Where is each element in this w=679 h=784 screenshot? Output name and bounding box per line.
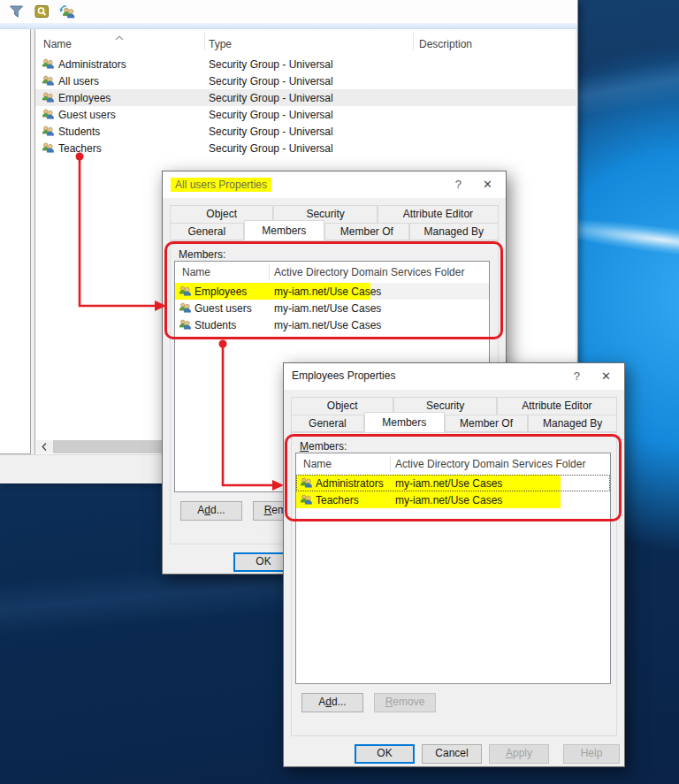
group-icon (42, 75, 56, 87)
scroll-left-icon[interactable] (36, 440, 51, 453)
tab-managed-by[interactable]: Managed By (409, 223, 499, 240)
column-header-name[interactable]: Name (182, 266, 210, 278)
close-icon[interactable]: ✕ (601, 369, 611, 383)
member-folder: my-iam.net/Use Cases (274, 302, 381, 315)
dialog-titlebar[interactable]: All users Properties ? ✕ (163, 171, 506, 198)
apply-button[interactable]: Apply (489, 744, 549, 764)
column-divider[interactable] (413, 33, 414, 50)
member-folder: my-iam.net/Use Cases (395, 477, 502, 490)
row-name: Employees (58, 92, 202, 104)
help-icon[interactable]: ? (574, 369, 580, 383)
members-list[interactable]: Name Active Directory Domain Services Fo… (295, 453, 611, 684)
member-row[interactable]: Guest users my-iam.net/Use Cases (175, 300, 489, 316)
column-divider[interactable] (204, 33, 205, 50)
row-type: Security Group - Universal (209, 126, 333, 138)
column-divider[interactable] (269, 264, 270, 280)
member-folder: my-iam.net/Use Cases (395, 494, 502, 506)
tab-row-back: Object Security Attribute Editor (291, 397, 617, 415)
row-type: Security Group - Universal (209, 142, 333, 155)
member-name: Employees (195, 285, 272, 298)
column-header-name[interactable]: Name (303, 458, 332, 470)
table-row[interactable]: All users Security Group - Universal (35, 72, 576, 89)
table-row[interactable]: Students Security Group - Universal (35, 123, 576, 140)
member-row-highlighted[interactable]: Teachers my-iam.net/Use Cases (296, 491, 610, 508)
table-row[interactable]: Guest users Security Group - Universal (35, 106, 576, 123)
column-divider[interactable] (390, 456, 391, 472)
members-list-header: Name Active Directory Domain Services Fo… (296, 453, 610, 475)
ok-button[interactable]: OK (355, 744, 415, 764)
tab-managed-by[interactable]: Managed By (528, 415, 617, 432)
member-row-highlighted[interactable]: Employees my-iam.net/Use Cases (175, 283, 489, 300)
group-list: Administrators Security Group - Universa… (35, 56, 576, 156)
members-list-header: Name Active Directory Domain Services Fo… (175, 262, 489, 283)
members-rows: Employees my-iam.net/Use Cases Guest use… (175, 283, 489, 333)
members-label: Members: (179, 248, 225, 261)
dialog-title: All users Properties (171, 178, 271, 192)
row-type: Security Group - Universal (209, 75, 333, 88)
tab-general[interactable]: General (170, 223, 244, 240)
table-row-selected[interactable]: Employees Security Group - Universal (35, 89, 576, 106)
column-header-type[interactable]: Type (209, 38, 232, 50)
tab-member-of[interactable]: Member Of (445, 415, 529, 432)
tab-members[interactable]: Members (244, 220, 325, 240)
tab-attribute-editor[interactable]: Attribute Editor (497, 397, 617, 415)
toolbar-separator (0, 23, 577, 29)
desktop: Name Type Description Administrators Sec… (0, 0, 679, 784)
group-icon (42, 92, 56, 103)
help-icon[interactable]: ? (455, 178, 462, 191)
group-icon (42, 142, 56, 154)
members-rows: Administrators my-iam.net/Use Cases Teac… (296, 475, 610, 508)
member-name: Students (195, 319, 272, 331)
console-tree-pane[interactable] (0, 29, 31, 454)
row-type: Security Group - Universal (209, 109, 333, 121)
member-name: Guest users (195, 302, 272, 315)
row-type: Security Group - Universal (209, 58, 333, 71)
member-name: Administrators (316, 477, 393, 490)
row-name: Guest users (58, 109, 202, 121)
column-header-name[interactable]: Name (43, 38, 72, 50)
member-row-highlighted[interactable]: Administrators my-iam.net/Use Cases (296, 475, 610, 491)
close-icon[interactable]: ✕ (483, 178, 492, 191)
filter-icon[interactable] (7, 3, 25, 20)
tab-attribute-editor[interactable]: Attribute Editor (378, 205, 499, 223)
member-row[interactable]: Students my-iam.net/Use Cases (175, 316, 489, 333)
dialog-titlebar[interactable]: Employees Properties ? ✕ (284, 363, 624, 390)
group-icon (179, 285, 193, 297)
remove-button[interactable]: Remove (374, 693, 436, 712)
member-name: Teachers (316, 494, 393, 506)
group-icon (300, 494, 314, 506)
group-icon (179, 319, 193, 331)
row-name: Administrators (58, 58, 202, 71)
table-row[interactable]: Administrators Security Group - Universa… (35, 56, 576, 72)
group-icon (42, 126, 56, 137)
tab-row-front: General Members Member Of Managed By (291, 415, 617, 432)
add-button[interactable]: Add... (301, 693, 363, 712)
list-header: Name Type Description (35, 29, 576, 54)
group-icon (179, 302, 193, 314)
tab-members[interactable]: Members (364, 412, 445, 432)
change-group-icon[interactable] (58, 3, 76, 20)
dialog-title: Employees Properties (292, 369, 395, 382)
members-label: Members: (300, 440, 347, 453)
column-header-description[interactable]: Description (419, 38, 472, 50)
group-icon (300, 477, 314, 489)
cancel-button[interactable]: Cancel (422, 744, 482, 764)
tab-member-of[interactable]: Member Of (324, 223, 408, 240)
row-name: Students (58, 126, 202, 138)
group-icon (42, 58, 56, 70)
add-button[interactable]: Add... (180, 501, 242, 521)
toolbar (0, 0, 577, 23)
column-header-folder[interactable]: Active Directory Domain Services Folder (395, 458, 585, 470)
row-type: Security Group - Universal (209, 92, 333, 104)
sort-ascending-icon (115, 31, 124, 43)
row-name: All users (58, 75, 202, 88)
help-button[interactable]: Help (563, 744, 620, 764)
group-icon (42, 109, 56, 120)
table-row[interactable]: Teachers Security Group - Universal (35, 140, 576, 156)
column-header-folder[interactable]: Active Directory Domain Services Folder (274, 266, 464, 278)
tab-general[interactable]: General (291, 415, 364, 432)
tab-row-back: Object Security Attribute Editor (170, 205, 499, 223)
member-folder: my-iam.net/Use Cases (274, 285, 381, 298)
tab-row-front: General Members Member Of Managed By (170, 223, 499, 240)
preview-icon[interactable] (33, 3, 50, 20)
